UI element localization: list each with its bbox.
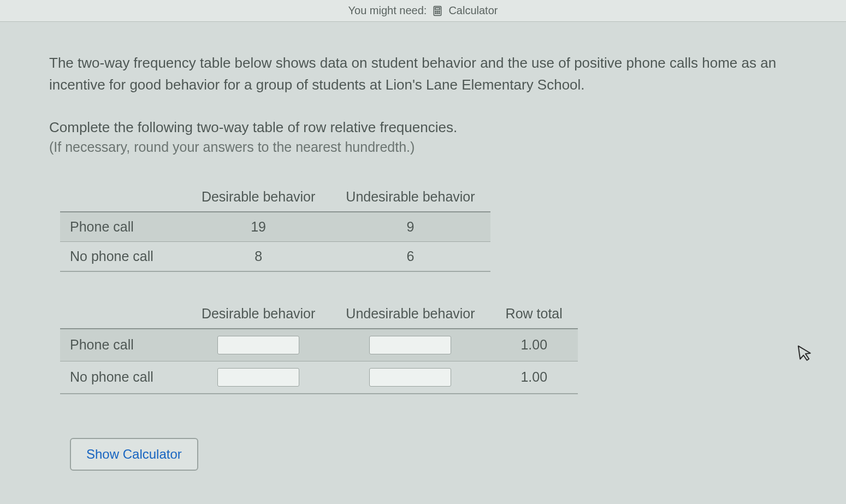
calculator-label[interactable]: Calculator <box>448 4 498 17</box>
row-label: No phone call <box>60 241 186 271</box>
cell-value: 19 <box>186 212 330 242</box>
answer-input-r2c2[interactable] <box>369 368 451 387</box>
calculator-icon[interactable] <box>432 5 443 16</box>
table-row: Phone call 19 9 <box>60 212 490 242</box>
col-header-rowtotal: Row total <box>490 299 578 329</box>
svg-rect-1 <box>435 8 440 9</box>
svg-point-3 <box>437 11 439 12</box>
row-label: Phone call <box>60 329 186 361</box>
col-header-undesirable: Undesirable behavior <box>330 299 490 329</box>
frequency-table: Desirable behavior Undesirable behavior … <box>60 182 490 272</box>
svg-point-2 <box>435 11 436 12</box>
relative-frequency-table: Desirable behavior Undesirable behavior … <box>60 299 578 394</box>
col-header-desirable: Desirable behavior <box>186 299 330 329</box>
show-calculator-button[interactable]: Show Calculator <box>70 438 198 471</box>
cell-value: 6 <box>330 241 490 271</box>
top-hint-bar: You might need: Calculator <box>0 0 846 22</box>
question-intro: The two-way frequency table below shows … <box>49 52 797 96</box>
row-label: Phone call <box>60 212 186 242</box>
answer-input-r1c1[interactable] <box>217 336 299 354</box>
row-label: No phone call <box>60 361 186 394</box>
svg-point-5 <box>435 13 436 14</box>
col-header-desirable: Desirable behavior <box>186 182 330 212</box>
table-row: Phone call 1.00 <box>60 329 578 361</box>
svg-point-4 <box>439 11 440 12</box>
answer-input-r2c1[interactable] <box>217 368 299 387</box>
question-note: (If necessary, round your answers to the… <box>49 139 797 155</box>
table-row: No phone call 8 6 <box>60 241 490 271</box>
question-instruction: Complete the following two-way table of … <box>49 119 797 136</box>
answer-input-r1c2[interactable] <box>369 336 451 354</box>
svg-point-6 <box>437 13 439 14</box>
svg-point-7 <box>439 13 440 14</box>
cursor-icon <box>796 343 814 366</box>
cell-value: 8 <box>186 241 330 271</box>
col-header-undesirable: Undesirable behavior <box>330 182 490 212</box>
hint-prefix-text: You might need: <box>348 4 427 17</box>
row-total-value: 1.00 <box>490 329 578 361</box>
question-content: The two-way frequency table below shows … <box>0 22 846 493</box>
row-total-value: 1.00 <box>490 361 578 394</box>
cell-value: 9 <box>330 212 490 242</box>
table-row: No phone call 1.00 <box>60 361 578 394</box>
